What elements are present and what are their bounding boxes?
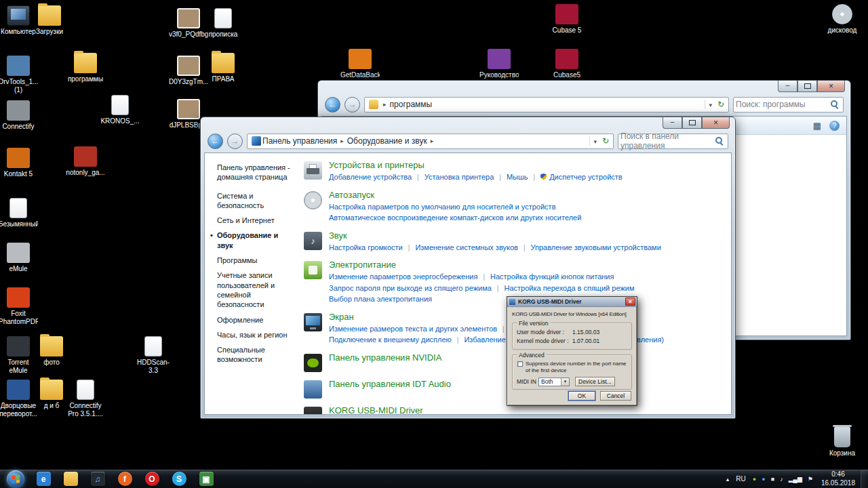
- help-button[interactable]: [829, 121, 840, 131]
- back-button[interactable]: [208, 134, 223, 149]
- desktop-icon-kontakt5[interactable]: Kontakt 5: [0, 148, 38, 178]
- desktop-icon-prava-folder[interactable]: ПРАВА: [203, 53, 243, 83]
- power-saving-link[interactable]: Изменение параметров энергосбережения: [329, 272, 477, 281]
- category-title[interactable]: Автозапуск: [329, 190, 374, 200]
- taskbar-button-windows-explorer[interactable]: [58, 470, 83, 488]
- network-icon[interactable]: ▂▄▆: [789, 476, 802, 483]
- desktop-icon-connectify-pro[interactable]: Connectify Pro 3.5.1....: [66, 380, 105, 418]
- language-indicator[interactable]: RU: [736, 475, 745, 483]
- sidebar-item-appearance[interactable]: Оформление: [217, 315, 290, 325]
- maximize-button[interactable]: [797, 81, 817, 92]
- hidden-icons-button[interactable]: ▴: [726, 476, 730, 483]
- sidebar-item-clock-language[interactable]: Часы, язык и регион: [217, 330, 290, 340]
- refresh-icon[interactable]: [717, 100, 724, 109]
- desktop-icon-book[interactable]: notonly_ga...: [66, 146, 105, 177]
- action-center-icon[interactable]: ⚑: [808, 476, 813, 483]
- desktop-icon-kronos[interactable]: KRONOS_...: [100, 95, 140, 125]
- clock[interactable]: 0:46 16.05.2018: [821, 470, 855, 487]
- sleep-settings-link[interactable]: Настройка перехода в спящий режим: [504, 284, 634, 292]
- minimize-button[interactable]: [663, 117, 682, 129]
- category-title[interactable]: Устройства и принтеры: [329, 160, 425, 170]
- close-button[interactable]: [817, 81, 845, 92]
- address-bar[interactable]: программы: [364, 97, 729, 113]
- power-plan-link[interactable]: Выбор плана электропитания: [329, 295, 432, 303]
- address-bar[interactable]: Панель управления Оборудование и звук: [247, 134, 614, 149]
- desktop-icon-foxit[interactable]: Foxit PhantomPDF: [0, 287, 38, 326]
- forward-button[interactable]: [344, 97, 360, 113]
- desktop-icon-getdataback[interactable]: GetDataBack: [340, 49, 380, 79]
- taskbar-button-media-player[interactable]: ♫: [85, 470, 111, 488]
- category-title[interactable]: Экран: [329, 312, 354, 322]
- breadcrumb-root[interactable]: Панель управления: [262, 136, 337, 146]
- suppress-device-checkbox[interactable]: [517, 361, 523, 367]
- refresh-icon[interactable]: [602, 136, 609, 146]
- sidebar-item-ease-of-access[interactable]: Специальные возможности: [217, 345, 290, 365]
- desktop-icon-foto-folder[interactable]: фото: [32, 336, 71, 367]
- autoplay-cd-link[interactable]: Автоматическое воспроизведение компакт-д…: [329, 214, 581, 222]
- taskbar-button-internet-explorer[interactable]: e: [31, 470, 56, 488]
- autoplay-defaults-link[interactable]: Настройка параметров по умолчанию для но…: [329, 203, 555, 211]
- mouse-link[interactable]: Мышь: [507, 173, 528, 181]
- start-button[interactable]: [7, 470, 24, 488]
- maximize-button[interactable]: [682, 117, 702, 129]
- address-dropdown-icon[interactable]: [709, 100, 712, 109]
- taskbar-button-opera[interactable]: O: [139, 470, 165, 488]
- add-printer-link[interactable]: Установка принтера: [425, 173, 494, 181]
- device-list-button[interactable]: Device List...: [575, 377, 615, 386]
- desktop-icon-hddscan[interactable]: HDDScan-3.3: [134, 336, 173, 375]
- sidebar-item-programs[interactable]: Программы: [217, 256, 290, 265]
- ok-button[interactable]: OK: [568, 391, 595, 401]
- text-size-link[interactable]: Изменение размеров текста и других элеме…: [329, 325, 497, 333]
- sidebar-item-home[interactable]: Панель управления - домашняя страница: [217, 163, 290, 182]
- desktop-icon-connectify[interactable]: Connectify: [0, 100, 38, 131]
- address-dropdown-icon[interactable]: [593, 136, 597, 146]
- desktop-icon-photo[interactable]: v3f0_PQdfbg: [169, 8, 208, 39]
- desktop-icon-cubase5[interactable]: Cubase 5: [547, 4, 587, 35]
- taskbar-button-utility[interactable]: ▣: [193, 470, 219, 488]
- sidebar-item-system-security[interactable]: Система и безопасность: [217, 191, 290, 211]
- desktop-icon-untitled[interactable]: Безымянный: [0, 198, 38, 228]
- external-display-link[interactable]: Подключение к внешнему дисплею: [329, 336, 452, 344]
- desktop-icon-dvd-drive[interactable]: дисковод: [823, 4, 862, 35]
- search-input[interactable]: Поиск в панели управления: [618, 134, 728, 149]
- category-title[interactable]: Звук: [329, 230, 347, 241]
- tray-app-white-icon[interactable]: ■: [771, 476, 774, 483]
- breadcrumb-crumb[interactable]: программы: [390, 100, 433, 109]
- sidebar-item-hardware-sound[interactable]: Оборудование и звук: [217, 230, 290, 250]
- desktop-icon-programs-folder[interactable]: программы: [66, 53, 105, 83]
- power-buttons-link[interactable]: Настройка функций кнопок питания: [490, 272, 614, 281]
- taskbar-button-messenger[interactable]: S: [166, 470, 192, 488]
- desktop-icon-document[interactable]: прописка: [203, 8, 243, 39]
- desktop-icon-manual-pdf[interactable]: Руководство: [479, 49, 519, 79]
- add-device-link[interactable]: Добавление устройства: [329, 173, 412, 181]
- close-icon[interactable]: [625, 298, 635, 306]
- category-title[interactable]: Панель управления NVIDIA: [329, 352, 441, 363]
- desktop-icon-photo[interactable]: D0Y3zgTm...: [169, 56, 208, 86]
- close-button[interactable]: [702, 117, 730, 129]
- desktop-icon-downloads[interactable]: Загрузки: [30, 5, 69, 36]
- desktop-icon-drvtools[interactable]: DrvTools_1... (1): [0, 56, 38, 94]
- category-title[interactable]: Электропитание: [329, 260, 396, 270]
- sidebar-item-user-accounts[interactable]: Учетные записи пользователей и семейной …: [217, 270, 290, 309]
- forward-button[interactable]: [227, 134, 243, 149]
- taskbar-button-firefox[interactable]: f: [112, 470, 138, 488]
- sidebar-item-network-internet[interactable]: Сеть и Интернет: [217, 216, 290, 225]
- breadcrumb-current[interactable]: Оборудование и звук: [347, 136, 427, 146]
- volume-icon[interactable]: ♪: [780, 476, 783, 483]
- desktop-icon-emule[interactable]: eMule: [0, 243, 38, 273]
- midi-in-select[interactable]: Both: [538, 378, 570, 386]
- audio-devices-link[interactable]: Управление звуковыми устройствами: [531, 243, 661, 251]
- cancel-button[interactable]: Cancel: [600, 391, 631, 401]
- device-manager-link[interactable]: Диспетчер устройств: [540, 173, 623, 181]
- minimize-button[interactable]: [778, 81, 797, 92]
- desktop-icon-recycle-bin[interactable]: Корзина: [823, 427, 862, 458]
- category-title[interactable]: Панель управления IDT Audio: [329, 379, 451, 389]
- category-title[interactable]: KORG USB-MIDI Driver: [329, 405, 423, 415]
- volume-link[interactable]: Настройка громкости: [329, 243, 403, 251]
- back-button[interactable]: [325, 97, 340, 113]
- desktop-icon-cubase5-app[interactable]: Cubase5: [547, 49, 587, 79]
- views-button[interactable]: [813, 121, 821, 131]
- search-input[interactable]: Поиск: программы: [733, 97, 844, 113]
- system-sounds-link[interactable]: Изменение системных звуков: [415, 243, 518, 251]
- tray-app-blue-icon[interactable]: ●: [762, 476, 765, 483]
